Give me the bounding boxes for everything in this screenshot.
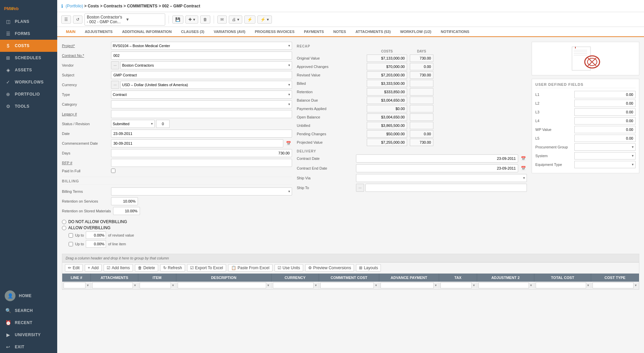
commencement-input[interactable] (111, 139, 283, 147)
filter-adv-input[interactable] (381, 282, 434, 288)
email-button[interactable]: ✉ (217, 15, 227, 24)
sidebar-item-exit[interactable]: ↩ EXIT (0, 341, 57, 353)
sidebar-item-tools[interactable]: ⚙ TOOLS (0, 100, 57, 112)
revision-input[interactable] (156, 120, 170, 128)
commencement-calendar-button[interactable]: 📅 (285, 140, 292, 147)
save-button[interactable]: 💾 (172, 15, 183, 24)
contract-date-input[interactable] (356, 154, 518, 163)
udf-select-system[interactable] (574, 152, 636, 160)
sidebar-item-university[interactable]: ▶ UNIVERSITY (0, 329, 57, 341)
tab-progress[interactable]: PROGRESS INVOICES (250, 27, 299, 37)
up-to-2-checkbox[interactable] (69, 242, 73, 246)
tab-additional[interactable]: ADDITIONAL INFORMATION (117, 27, 176, 37)
tab-main[interactable]: MAIN (61, 27, 80, 37)
filter-total-input[interactable] (536, 282, 586, 288)
use-units-button[interactable]: ☑ Use Units (275, 264, 303, 272)
tab-variations[interactable]: VARIATIONS (AVI) (209, 27, 250, 37)
filter-line-input[interactable] (64, 282, 85, 288)
sidebar-item-home[interactable]: 👤 HOME (0, 287, 57, 305)
date-input[interactable] (111, 130, 292, 138)
udf-input-l4[interactable] (574, 117, 636, 125)
udf-select-procurement group[interactable] (574, 143, 636, 151)
contract-end-calendar-button[interactable]: 📅 (520, 165, 527, 172)
filter-commit-input[interactable] (320, 282, 374, 288)
rfp-input[interactable] (111, 159, 292, 167)
sidebar-item-assets[interactable]: ◈ ASSETS (0, 64, 57, 76)
type-select[interactable]: Contract (111, 91, 292, 99)
up-to-1-checkbox[interactable] (69, 233, 73, 238)
filter-att-input[interactable] (92, 282, 133, 288)
tab-workflow[interactable]: WORKFLOW (1/2) (395, 27, 436, 37)
udf-input-wp value[interactable] (574, 126, 636, 133)
sidebar-item-workflows[interactable]: ✓ WORKFLOWS (0, 76, 57, 88)
legacy-input[interactable] (111, 110, 292, 118)
paste-excel-button[interactable]: 📋 Paste From Excel (228, 264, 273, 272)
days-input[interactable] (111, 149, 292, 157)
udf-input-l5[interactable] (574, 135, 636, 142)
filter-desc-input[interactable] (178, 282, 266, 288)
lightning-button[interactable]: ⚡ (244, 15, 255, 24)
up-to-2-input[interactable] (86, 240, 106, 248)
udf-select-equipment type[interactable] (574, 161, 636, 168)
ship-via-select[interactable] (356, 174, 527, 182)
add-button[interactable]: ✚ ▾ (185, 15, 198, 24)
currency-select[interactable]: USD – Dollar (United States of America) (120, 81, 292, 89)
udf-input-l3[interactable] (574, 108, 636, 116)
add-items-button[interactable]: ☑ Add Items (104, 264, 133, 272)
breadcrumb-portfolio[interactable]: (Portfolio) (66, 4, 83, 8)
paid-in-full-checkbox[interactable] (111, 169, 115, 173)
no-overbilling-radio[interactable] (62, 220, 66, 224)
info-icon[interactable]: ℹ (61, 3, 63, 9)
list-button[interactable]: ☰ (61, 15, 71, 24)
sidebar-item-recent[interactable]: ⏰ RECENT (0, 317, 57, 329)
status-select[interactable]: Submitted (111, 120, 155, 128)
tab-attachments[interactable]: ATTACHMENTS (53) (351, 27, 395, 37)
udf-input-l2[interactable] (574, 100, 636, 107)
delete-button[interactable]: 🗑 (200, 15, 210, 24)
retention-stored-input[interactable] (113, 207, 140, 215)
sidebar-item-search[interactable]: 🔍 SEARCH (0, 305, 57, 317)
vendor-lookup-button[interactable]: ··· (111, 61, 119, 69)
contract-no-input[interactable] (111, 51, 292, 60)
tab-adjustments[interactable]: ADJUSTMENTS (80, 27, 117, 37)
preview-conversions-button[interactable]: ⚙ Preview Conversions (305, 264, 354, 272)
tab-notes[interactable]: NOTES (329, 27, 351, 37)
filter-item-input[interactable] (140, 282, 171, 288)
up-to-1-input[interactable] (86, 232, 106, 239)
allow-overbilling-radio[interactable] (62, 226, 66, 230)
category-select[interactable] (111, 100, 292, 108)
filter-type-input[interactable] (593, 282, 634, 288)
sidebar-item-costs[interactable]: $ COSTS (0, 40, 57, 52)
ship-to-input[interactable] (365, 184, 527, 192)
subject-input[interactable] (111, 71, 292, 79)
add-row-button[interactable]: + Add (85, 264, 102, 272)
filter-tax-input[interactable] (440, 282, 472, 288)
ship-to-lookup-button[interactable]: ··· (356, 184, 364, 192)
udf-input-l1[interactable] (574, 91, 636, 98)
tab-payments[interactable]: PAYMENTS (299, 27, 328, 37)
sidebar-item-schedules[interactable]: ⊞ SCHEDULES (0, 52, 57, 64)
layouts-button[interactable]: ⊞ Layouts (356, 264, 381, 272)
project-select[interactable]: RVS0104 – Boston Medical Center (111, 42, 292, 50)
contract-end-input[interactable] (356, 164, 518, 172)
sidebar-item-forms[interactable]: ☰ FORMS (0, 28, 57, 40)
vendor-select[interactable]: Boston Contractors (120, 61, 292, 69)
filter-curr-input[interactable] (273, 282, 314, 288)
contract-date-calendar-button[interactable]: 📅 (520, 155, 527, 162)
record-selector[interactable]: Boston Contractor's - 002 - GMP Con... ▼ (84, 13, 165, 26)
sidebar-item-portfolio[interactable]: ⊕ PORTFOLIO (0, 88, 57, 100)
refresh-button[interactable]: ↻ Refresh (160, 264, 185, 272)
print-button[interactable]: 🖨 ▾ (229, 15, 242, 24)
lightning2-button[interactable]: ⚡ ▾ (257, 15, 272, 24)
export-excel-button[interactable]: ☑ Export To Excel (187, 264, 226, 272)
billing-terms-select[interactable] (111, 187, 292, 196)
edit-button[interactable]: ✏ Edit (65, 264, 83, 272)
delete-rows-button[interactable]: 🗑 Delete (135, 264, 158, 272)
tab-notifications[interactable]: NOTIFICATIONS (436, 27, 474, 37)
retention-services-input[interactable] (111, 197, 138, 205)
undo-button[interactable]: ↺ (73, 15, 82, 24)
tab-clauses[interactable]: CLAUSES (3) (176, 27, 209, 37)
filter-adj2-input[interactable] (478, 282, 529, 288)
sidebar-item-plans[interactable]: ◫ PLANS (0, 15, 57, 28)
currency-lookup-button[interactable]: ··· (111, 81, 119, 89)
